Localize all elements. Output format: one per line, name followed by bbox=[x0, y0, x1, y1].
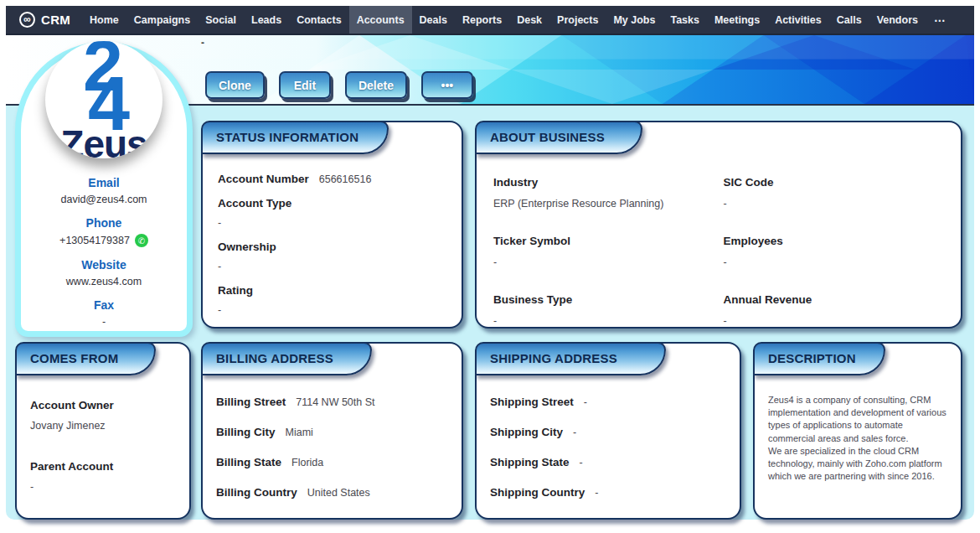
panel-title: SHIPPING ADDRESS bbox=[490, 351, 617, 365]
field-label: Ticker Symbol bbox=[493, 235, 724, 247]
field-value: United States bbox=[307, 487, 370, 499]
nav-item-deals[interactable]: Deals bbox=[412, 6, 455, 34]
field-label: Billing State bbox=[216, 456, 281, 468]
billing-state-field: Billing State Florida bbox=[216, 456, 448, 468]
nav-item-social[interactable]: Social bbox=[198, 6, 244, 34]
field-label: Annual Revenue bbox=[724, 293, 927, 306]
field-value: ERP (Enterprise Resource Planning) bbox=[493, 198, 724, 210]
shipping-state-field: Shipping State - bbox=[490, 456, 726, 468]
phone-value[interactable]: +13054179387 bbox=[59, 235, 130, 246]
website-label: Website bbox=[21, 258, 187, 272]
field-value: - bbox=[724, 315, 927, 327]
annual-revenue-field: Annual Revenue - bbox=[724, 293, 927, 327]
account-owner-field: Account Owner Jovany Jimenez bbox=[30, 399, 176, 432]
field-value: - bbox=[218, 304, 446, 316]
nav-item-my-jobs[interactable]: My Jobs bbox=[606, 6, 663, 34]
nav-item-home[interactable]: Home bbox=[82, 6, 126, 34]
nav-item-tasks[interactable]: Tasks bbox=[663, 6, 707, 34]
ticker-symbol-field: Ticker Symbol - bbox=[493, 235, 724, 268]
panel-title: ABOUT BUSINESS bbox=[490, 130, 605, 144]
whatsapp-icon[interactable]: ✆ bbox=[135, 234, 148, 247]
clone-button[interactable]: Clone bbox=[205, 71, 265, 99]
record-dash: - bbox=[201, 37, 204, 49]
nav-item-activities[interactable]: Activities bbox=[767, 6, 829, 34]
field-label: Account Type bbox=[218, 197, 446, 210]
crm-brand[interactable]: ∞ CRM bbox=[19, 6, 70, 34]
account-profile-card: 2 4 Zeus Email david@zeus4.com Phone +13… bbox=[15, 42, 193, 337]
field-value: - bbox=[218, 261, 446, 272]
comes-from-panel: COMES FROM Account Owner Jovany Jimenez … bbox=[15, 342, 191, 520]
field-value: - bbox=[580, 457, 583, 468]
field-label: Shipping Country bbox=[490, 486, 585, 499]
field-value: - bbox=[724, 256, 927, 268]
field-value: - bbox=[218, 217, 446, 229]
nav-item-meetings[interactable]: Meetings bbox=[707, 6, 767, 34]
parent-account-field: Parent Account - bbox=[30, 460, 176, 493]
nav-item-desk[interactable]: Desk bbox=[509, 6, 549, 34]
company-logo: 2 4 Zeus bbox=[45, 41, 162, 158]
industry-field: Industry ERP (Enterprise Resource Planni… bbox=[493, 176, 724, 210]
account-number-field: Account Number 656616516 bbox=[218, 173, 446, 185]
top-navbar: ∞ CRM Home Campaigns Social Leads Contac… bbox=[6, 6, 974, 34]
billing-street-field: Billing Street 7114 NW 50th St bbox=[216, 396, 448, 408]
field-label: Billing Country bbox=[216, 486, 297, 499]
field-label: Billing City bbox=[216, 426, 276, 438]
fax-label: Fax bbox=[21, 298, 187, 312]
field-value: - bbox=[724, 198, 927, 210]
description-panel: DESCRIPTION Zeus4 is a company of consul… bbox=[753, 342, 962, 520]
more-actions-button[interactable]: ••• bbox=[421, 71, 473, 99]
logo-word-zeus: Zeus bbox=[60, 122, 147, 158]
phone-label: Phone bbox=[21, 216, 187, 230]
website-value[interactable]: www.zeus4.com bbox=[21, 276, 187, 287]
field-label: Shipping State bbox=[490, 456, 570, 468]
field-label: Industry bbox=[493, 176, 724, 189]
field-value: - bbox=[573, 427, 576, 438]
description-text: Zeus4 is a company of consulting, CRM im… bbox=[768, 394, 949, 483]
nav-item-reports[interactable]: Reports bbox=[455, 6, 509, 34]
crm-account-detail-page: ∞ CRM Home Campaigns Social Leads Contac… bbox=[0, 0, 980, 533]
panel-title: STATUS INFORMATION bbox=[216, 130, 358, 144]
billing-address-header: BILLING ADDRESS bbox=[201, 342, 372, 375]
nav-overflow-icon[interactable]: ⋯ bbox=[926, 6, 954, 34]
nav-item-calls[interactable]: Calls bbox=[829, 6, 869, 34]
zoho-logo-icon: ∞ bbox=[19, 12, 35, 28]
nav-item-leads[interactable]: Leads bbox=[244, 6, 289, 34]
rating-field: Rating - bbox=[218, 284, 446, 316]
edit-button[interactable]: Edit bbox=[279, 71, 331, 99]
field-label: Ownership bbox=[218, 241, 446, 253]
billing-city-field: Billing City Miami bbox=[216, 426, 448, 438]
field-label: Parent Account bbox=[30, 460, 176, 473]
nav-item-accounts[interactable]: Accounts bbox=[349, 6, 412, 34]
field-value: 7114 NW 50th St bbox=[296, 396, 374, 408]
fax-value: - bbox=[21, 316, 187, 328]
record-toolbar: Clone Edit Delete ••• bbox=[205, 71, 473, 99]
shipping-address-panel: SHIPPING ADDRESS Shipping Street - Shipp… bbox=[475, 342, 741, 520]
nav-item-contacts[interactable]: Contacts bbox=[289, 6, 348, 34]
email-label: Email bbox=[21, 176, 187, 189]
field-value: - bbox=[584, 396, 587, 408]
status-information-header: STATUS INFORMATION bbox=[201, 121, 389, 154]
nav-item-vendors[interactable]: Vendors bbox=[869, 6, 926, 34]
billing-country-field: Billing Country United States bbox=[216, 486, 448, 499]
field-label: Rating bbox=[218, 284, 446, 297]
nav-item-projects[interactable]: Projects bbox=[549, 6, 606, 34]
profile-contact-fields: Email david@zeus4.com Phone +13054179387… bbox=[21, 165, 187, 328]
delete-button[interactable]: Delete bbox=[345, 71, 407, 99]
shipping-city-field: Shipping City - bbox=[490, 426, 726, 438]
field-value: - bbox=[493, 315, 724, 327]
nav-item-campaigns[interactable]: Campaigns bbox=[126, 6, 198, 34]
brand-name: CRM bbox=[41, 13, 70, 27]
shipping-street-field: Shipping Street - bbox=[490, 396, 726, 408]
employees-field: Employees - bbox=[724, 235, 927, 268]
panel-title: DESCRIPTION bbox=[768, 351, 856, 365]
field-label: Billing Street bbox=[216, 396, 286, 408]
field-label: SIC Code bbox=[724, 176, 927, 189]
shipping-address-header: SHIPPING ADDRESS bbox=[475, 342, 666, 375]
field-value: - bbox=[30, 481, 176, 493]
account-type-field: Account Type - bbox=[218, 197, 446, 229]
billing-address-panel: BILLING ADDRESS Billing Street 7114 NW 5… bbox=[201, 342, 463, 520]
about-business-panel: ABOUT BUSINESS Industry ERP (Enterprise … bbox=[475, 121, 962, 329]
field-label: Business Type bbox=[493, 293, 724, 306]
field-label: Employees bbox=[724, 235, 927, 247]
email-value[interactable]: david@zeus4.com bbox=[21, 194, 187, 205]
